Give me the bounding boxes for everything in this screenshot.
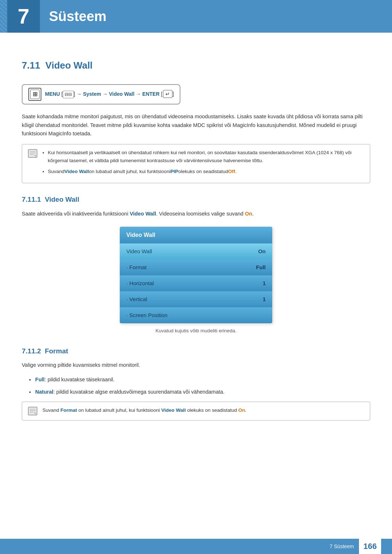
note2-off-keyword: Off [228,168,236,176]
bullet-list: Full: pildid kuvatakse täisekraanil. Nat… [29,376,370,397]
menu-item-value-2: 1 [263,279,266,288]
menu-item-label-0: Video Wall [126,247,152,256]
note-box: Kui horisontaalselt ja vertikaalselt on … [22,144,370,183]
subsection-2-heading: 7.11.2 Format [22,346,370,357]
menu-item-value-1: Full [256,263,266,272]
bullet-full-bold: Full [35,377,45,382]
footer: 7 Süsteem 166 [0,539,392,554]
format-note-box: Suvand Format on lubatud ainult juhul, k… [22,402,370,420]
bullet-natural-text: : pildid kuvatakse algse eraldusvõimega … [53,389,225,395]
system-label: System [83,91,101,97]
menu-item-0[interactable]: Video Wall On [120,243,272,259]
note-content: Kui horisontaalselt ja vertikaalselt on … [42,149,363,178]
menu-item-1[interactable]: · Format Full [120,259,272,275]
note-item-2: Suvand Video Wall on lubatud ainult juhu… [42,168,363,176]
format-note-content: Suvand Format on lubatud ainult juhul, k… [42,406,246,414]
note-item-1: Kui horisontaalselt ja vertikaalselt on … [42,149,363,164]
bullet-item-full: Full: pildid kuvatakse täisekraanil. [29,376,370,384]
subsection-2-intro: Valige vorming piltide kuvamiseks mitmel… [22,361,370,370]
note-icon [27,149,38,158]
subsection-1-heading: 7.11.1 Video Wall [22,194,370,205]
arrow2: → [102,91,107,97]
bullet-item-natural: Natural: pildid kuvatakse algse eraldusv… [29,388,370,397]
format-vw-kw: Video Wall [161,407,186,413]
video-wall-label: Video Wall [109,91,134,97]
chapter-header: 7 Süsteem [0,0,392,33]
section-title: Video Wall [45,60,93,71]
menu-path-box: ⊞ MENU [⊟⊟] → System → Video Wall → ENTE… [22,84,180,104]
menu-item-value-3: 1 [263,295,266,304]
menu-item-2[interactable]: · Horizontal 1 [120,275,272,291]
menu-title-bar: Video Wall [120,227,272,243]
chapter-title: Süsteem [49,5,106,28]
sub1-on: On [245,211,252,217]
decorative-pattern [0,0,7,33]
subsection-1-number: 7.11.1 [22,196,41,203]
section-number: 7.11 [22,60,40,71]
bullet-natural-bold: Natural [35,389,53,395]
arrow3: → [136,91,141,97]
intro-text: Saate kohandada mitme monitori paigutust… [22,112,370,139]
note2-vw-keyword: Video Wall [65,168,89,176]
menu-screenshot-container: Video Wall Video Wall On · Format Full ·… [22,227,370,323]
enter-label: ENTER [142,91,159,97]
format-note-icon [27,406,38,416]
menu-item-3[interactable]: · Vertical 1 [120,291,272,307]
menu-item-4[interactable]: · Screen Position [120,307,272,323]
menu-label: MENU [45,91,60,97]
menu-icon: ⊞ [28,88,41,101]
format-on-kw: On [238,407,245,413]
footer-text: 7 Süsteem [330,542,354,550]
sub1-vw: Video Wall [130,211,156,217]
menu-item-label-3: · Vertical [126,295,147,304]
note2-pip-keyword: PIP [170,168,178,176]
format-kw: Format [61,407,77,413]
enter-icon: ↵ [163,90,172,98]
video-wall-menu: Video Wall Video Wall On · Format Full ·… [120,227,272,323]
subsection-2-number: 7.11.2 [22,347,41,355]
menu-item-label-2: · Horizontal [126,279,154,288]
subsection-1-title: Video Wall [45,196,79,203]
menu-item-label-4: · Screen Position [126,311,167,320]
arrow1: → [77,91,82,97]
menu-item-value-0: On [258,247,266,256]
section-heading: 7.11 Video Wall [22,58,370,73]
menu-path-text: MENU [⊟⊟] → System → Video Wall → ENTER … [45,90,174,98]
menu-item-label-1: · Format [126,263,147,272]
chapter-number: 7 [7,0,40,33]
subsection-1-text: Saate aktiveerida või inaktiveerida funk… [22,210,370,218]
subsection-2-title: Format [45,347,68,355]
bullet-full-text: : pildid kuvatakse täisekraanil. [45,377,115,382]
footer-page-number: 166 [359,538,381,554]
menu-caption: Kuvatud kujutis võib mudeliti erineda. [22,327,370,335]
main-content: 7.11 Video Wall ⊞ MENU [⊟⊟] → System → V… [0,33,392,554]
